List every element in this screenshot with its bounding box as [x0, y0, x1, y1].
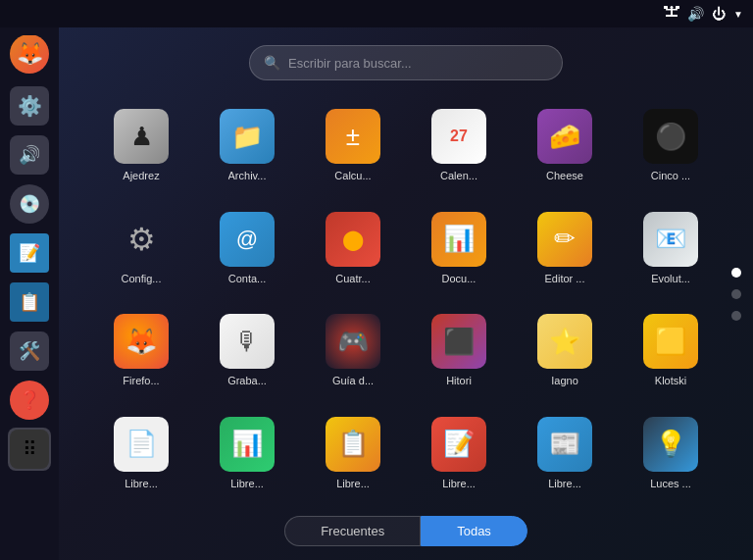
- app-icon-calen: 27: [431, 109, 486, 164]
- app-item-archiv[interactable]: 📁 Archiv...: [194, 94, 300, 197]
- sidebar-item-settings[interactable]: ⚙️: [8, 84, 51, 127]
- libre5-icon-glyph: 📰: [549, 429, 580, 459]
- svg-rect-2: [676, 6, 679, 9]
- app-item-calen[interactable]: 27 Calen...: [406, 94, 512, 197]
- app-label-klotski: Klotski: [655, 375, 686, 386]
- app-icon-editor: ✏: [537, 212, 592, 267]
- app-icon-conta: @: [220, 212, 275, 267]
- app-icon-iagno: ⭐: [537, 314, 592, 369]
- sidebar-item-help[interactable]: ❓: [8, 379, 51, 422]
- klotski-icon-glyph: 🟨: [655, 327, 686, 357]
- ajedrez-icon-glyph: ♟: [130, 122, 153, 152]
- power-icon[interactable]: ⏻: [712, 6, 726, 22]
- sidebar-item-app-grid[interactable]: ⠿: [8, 428, 51, 471]
- search-bar: 🔍: [249, 45, 563, 80]
- app-icon-libre3: 📋: [326, 417, 380, 472]
- app-label-libre1: Libre...: [125, 478, 158, 489]
- app-item-libre3[interactable]: 📋 Libre...: [300, 402, 406, 505]
- app-item-klotski[interactable]: 🟨 Klotski: [618, 299, 724, 402]
- sidebar-item-disk[interactable]: 💿: [8, 182, 51, 226]
- search-input[interactable]: [288, 56, 548, 71]
- app-label-libre5: Libre...: [548, 478, 581, 489]
- app-item-ajedrez[interactable]: ♟ Ajedrez: [88, 94, 194, 197]
- app-label-graba: Graba...: [227, 375, 267, 386]
- app-grid: ♟ Ajedrez 📁 Archiv... ± Calcu... 27 Cale…: [59, 94, 753, 504]
- app-item-libre4[interactable]: 📝 Libre...: [406, 402, 512, 505]
- app-item-iagno[interactable]: ⭐ Iagno: [512, 299, 618, 402]
- sound-sidebar-icon: 🔊: [19, 144, 40, 166]
- app-item-libre2[interactable]: 📊 Libre...: [194, 402, 300, 505]
- disk-sidebar-icon: 💿: [19, 193, 40, 215]
- sidebar-item-system-settings[interactable]: 🛠️: [8, 330, 51, 373]
- app-item-evolut[interactable]: 📧 Evolut...: [618, 197, 724, 300]
- pagination-dots: [731, 268, 741, 321]
- calen-icon-glyph: 27: [450, 127, 468, 145]
- app-item-editor[interactable]: ✏ Editor ...: [512, 197, 618, 300]
- app-item-cheese[interactable]: 🧀 Cheese: [512, 94, 618, 197]
- calcu-icon-glyph: ±: [346, 122, 360, 152]
- app-item-firefo[interactable]: 🦊 Firefo...: [88, 299, 194, 402]
- svg-rect-5: [666, 15, 678, 17]
- app-label-libre2: Libre...: [230, 478, 264, 489]
- app-label-luces: Luces ...: [650, 478, 691, 489]
- content-area: 🔍 ♟ Ajedrez 📁 Archiv... ± Calcu... 27 Ca…: [59, 27, 753, 560]
- cinco-icon-glyph: ⚫: [655, 122, 686, 152]
- app-item-libre5[interactable]: 📰 Libre...: [512, 402, 618, 505]
- app-label-archiv: Archiv...: [228, 170, 267, 181]
- pagination-dot-2[interactable]: [731, 289, 741, 299]
- app-label-conta: Conta...: [228, 273, 267, 284]
- cheese-icon-glyph: 🧀: [549, 122, 580, 152]
- app-label-evolut: Evolut...: [651, 273, 690, 284]
- app-icon-libre4: 📝: [431, 417, 486, 472]
- app-item-conta[interactable]: @ Conta...: [194, 197, 300, 300]
- app-label-calen: Calen...: [440, 170, 477, 181]
- tab-frecuentes[interactable]: Frecuentes: [284, 516, 421, 546]
- writer-sidebar-icon: 📝: [19, 242, 40, 264]
- app-label-ajedrez: Ajedrez: [123, 170, 159, 181]
- app-item-calcu[interactable]: ± Calcu...: [300, 94, 406, 197]
- system-tray: 🔊 ⏻ ▼: [664, 6, 743, 23]
- settings-sidebar-icon: ⚙️: [18, 94, 42, 118]
- firefox-sidebar-icon: 🦊: [17, 41, 43, 67]
- app-icon-hitori: ⬛: [431, 314, 486, 369]
- app-item-config[interactable]: ⚙ Config...: [88, 197, 194, 300]
- graba-icon-glyph: 🎙: [234, 327, 260, 357]
- sidebar-item-sound[interactable]: 🔊: [8, 133, 51, 177]
- app-icon-firefo: 🦊: [114, 314, 169, 369]
- libre4-icon-glyph: 📝: [443, 429, 475, 459]
- app-label-libre4: Libre...: [442, 478, 476, 489]
- sidebar-item-notes[interactable]: 📋: [8, 280, 51, 324]
- system-menu-dropdown-icon[interactable]: ▼: [733, 9, 743, 20]
- config-icon-glyph: ⚙: [127, 221, 156, 258]
- svg-rect-0: [664, 6, 668, 9]
- app-item-cinco[interactable]: ⚫ Cinco ...: [618, 94, 724, 197]
- system-settings-sidebar-icon: 🛠️: [19, 340, 40, 362]
- app-item-luces[interactable]: 💡 Luces ...: [618, 402, 724, 505]
- volume-icon[interactable]: 🔊: [687, 6, 704, 22]
- app-label-firefo: Firefo...: [123, 375, 159, 386]
- app-label-cinco: Cinco ...: [651, 170, 690, 181]
- pagination-dot-1[interactable]: [731, 268, 741, 278]
- app-icon-cinco: ⚫: [643, 109, 698, 164]
- app-icon-luces: 💡: [643, 417, 698, 472]
- guia-icon-glyph: 🎮: [337, 327, 369, 357]
- sidebar-item-firefox[interactable]: 🦊: [8, 35, 51, 78]
- app-item-cuatr[interactable]: ⬤ Cuatr...: [300, 197, 406, 300]
- network-icon[interactable]: [664, 6, 679, 23]
- app-item-graba[interactable]: 🎙 Graba...: [194, 299, 300, 402]
- main-layout: 🦊 ⚙️ 🔊 💿 📝: [0, 27, 753, 560]
- app-item-hitori[interactable]: ⬛ Hitori: [406, 299, 512, 402]
- app-item-libre1[interactable]: 📄 Libre...: [88, 402, 194, 505]
- app-label-editor: Editor ...: [545, 273, 585, 284]
- bottom-tabs: Frecuentes Todas: [59, 504, 753, 560]
- tab-todas[interactable]: Todas: [421, 516, 527, 546]
- app-item-docu[interactable]: 📊 Docu...: [406, 197, 512, 300]
- help-sidebar-icon: ❓: [19, 389, 40, 411]
- iagno-icon-glyph: ⭐: [549, 327, 580, 357]
- app-label-libre3: Libre...: [336, 478, 370, 489]
- app-item-guia[interactable]: 🎮 Guía d...: [300, 299, 406, 402]
- pagination-dot-3[interactable]: [731, 311, 741, 321]
- libre2-icon-glyph: 📊: [231, 429, 263, 459]
- app-icon-libre5: 📰: [537, 417, 592, 472]
- sidebar-item-writer[interactable]: 📝: [8, 231, 51, 275]
